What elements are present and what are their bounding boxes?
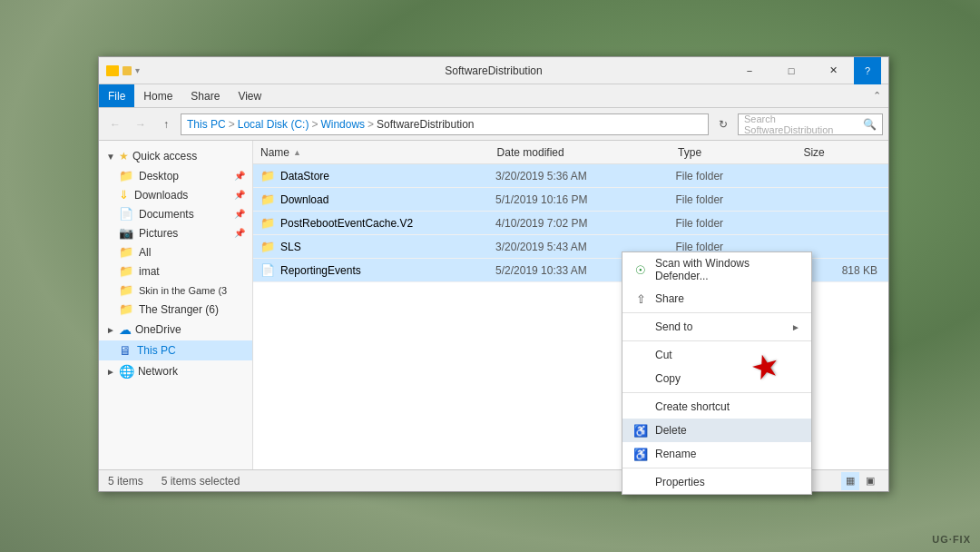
window-controls: − □ ✕ ? [729,57,881,84]
file-row-datastore[interactable]: 📁 DataStore 3/20/2019 5:36 AM File folde… [253,164,888,188]
watermark: UG·FIX [932,534,971,545]
network-header[interactable]: ► 🌐 Network [99,360,252,382]
ctx-properties[interactable]: Properties [622,470,811,494]
file-list-header: Name ▲ Date modified Type Size [253,141,888,164]
ctx-separator-1 [622,312,811,313]
sidebar-item-stranger[interactable]: 📁 The Stranger (6) [99,300,252,319]
file-name-postreboot: 📁 PostRebootEventCache.V2 [253,216,488,230]
minimize-button[interactable]: − [729,57,770,84]
file-row-download[interactable]: 📁 Download 5/1/2019 10:16 PM File folder [253,188,888,212]
sort-arrow: ▲ [293,148,301,157]
file-name-download: 📁 Download [253,192,488,206]
quick-access-header[interactable]: ▼ ★ Quick access [99,146,252,166]
quick-access-label: Quick access [132,150,197,163]
file-type-datastore: File folder [668,170,793,182]
sidebar: ▼ ★ Quick access 📁 Desktop 📌 ⇓ Downloads… [99,141,253,469]
crumb-localdisk[interactable]: Local Disk (C:) [238,118,309,131]
sidebar-item-skin[interactable]: 📁 Skin in the Game (3 [99,281,252,300]
col-header-type[interactable]: Type [671,146,796,159]
copy-icon [633,371,648,386]
shield-icon: ☉ [633,262,648,277]
file-modified-datastore: 3/20/2019 5:36 AM [488,170,668,182]
selected-count: 5 items selected [162,475,240,488]
sidebar-imat-label: imat [139,265,160,278]
onedrive-icon: ☁ [119,322,132,337]
file-type-postreboot: File folder [668,217,793,230]
col-type-label: Type [678,146,701,159]
onedrive-collapse: ► [106,325,115,335]
thispc-label: This PC [137,344,176,357]
pictures-folder-icon: 📷 [119,226,133,240]
sidebar-item-pictures[interactable]: 📷 Pictures 📌 [99,223,252,242]
search-icon[interactable]: 🔍 [863,118,877,131]
ctx-share[interactable]: ⇧ Share [622,287,811,310]
title-bar-icons: ▾ [106,65,140,76]
ctx-scan-defender[interactable]: ☉ Scan with Windows Defender... [622,252,811,287]
documents-folder-icon: 📄 [119,207,133,221]
details-view-button[interactable]: ▦ [841,472,859,490]
col-header-size[interactable]: Size [796,146,888,159]
network-label: Network [138,365,178,378]
sidebar-item-thispc[interactable]: 🖥 This PC [99,340,252,360]
col-header-name[interactable]: Name ▲ [253,146,490,159]
file-row-postreboot[interactable]: 📁 PostRebootEventCache.V2 4/10/2019 7:02… [253,212,888,235]
onedrive-header[interactable]: ► ☁ OneDrive [99,319,252,340]
sidebar-desktop-label: Desktop [139,170,179,182]
sidebar-item-desktop[interactable]: 📁 Desktop 📌 [99,166,252,185]
ctx-delete[interactable]: ♿ Delete [622,419,811,442]
file-type-download: File folder [668,193,793,206]
refresh-button[interactable]: ↻ [712,113,734,135]
up-button[interactable]: ↑ [155,113,177,135]
stranger-folder-icon: 📁 [119,302,133,316]
crumb-current[interactable]: SoftwareDistribution [377,118,474,131]
rename-icon: ♿ [633,447,648,461]
sidebar-item-documents[interactable]: 📄 Documents 📌 [99,204,252,223]
doc-icon-reporting: 📄 [260,263,275,277]
menu-share[interactable]: Share [181,84,229,107]
sidebar-stranger-label: The Stranger (6) [139,303,219,316]
imat-folder-icon: 📁 [119,264,133,278]
sidebar-documents-label: Documents [139,208,194,221]
title-bar: ▾ SoftwareDistribution − □ ✕ ? [99,57,888,84]
menu-view[interactable]: View [229,84,270,107]
folder-icon-datastore: 📁 [260,169,275,182]
back-button[interactable]: ← [104,113,126,135]
search-placeholder: Search SoftwareDistribution [744,113,859,135]
ctx-separator-2 [622,340,811,341]
file-name-reporting: 📄 ReportingEvents [253,263,488,277]
menu-file[interactable]: File [99,84,134,107]
view-toggle: ▦ ▣ [841,472,879,490]
crumb-windows[interactable]: Windows [320,118,365,131]
separator: > [229,118,235,131]
large-icons-view-button[interactable]: ▣ [861,472,879,490]
col-header-modified[interactable]: Date modified [490,146,671,159]
menu-bar: File Home Share View ⌃ [99,84,888,108]
help-button[interactable]: ? [854,57,881,84]
sidebar-item-imat[interactable]: 📁 imat [99,261,252,281]
forward-button[interactable]: → [130,113,152,135]
ctx-cut[interactable]: Cut [622,343,811,367]
sidebar-all-label: All [139,246,151,259]
ctx-sendto[interactable]: Send to ► [622,315,811,339]
submenu-arrow: ► [791,322,800,332]
sidebar-item-all[interactable]: 📁 All [99,242,252,261]
folder-icon-small [106,65,119,76]
maximize-button[interactable]: □ [770,57,812,84]
ribbon-collapse-icon[interactable]: ⌃ [873,90,881,102]
quick-access-star-icon: ★ [119,150,129,163]
toolbar: ← → ↑ This PC > Local Disk (C:) > Window… [99,108,888,141]
ctx-rename[interactable]: ♿ Rename [622,442,811,466]
close-button[interactable]: ✕ [812,57,854,84]
crumb-thispc[interactable]: This PC [187,118,226,131]
separator2: > [311,118,318,131]
pin-icon4: 📌 [234,228,245,238]
menu-home[interactable]: Home [134,84,181,107]
pin-icon2: 📌 [234,190,245,200]
sidebar-item-downloads[interactable]: ⇓ Downloads 📌 [99,185,252,204]
network-icon: 🌐 [119,364,134,379]
ctx-create-shortcut[interactable]: Create shortcut [622,395,811,419]
search-bar[interactable]: Search SoftwareDistribution 🔍 [738,113,883,135]
pin-icon3: 📌 [234,209,245,219]
address-bar[interactable]: This PC > Local Disk (C:) > Windows > So… [181,113,709,135]
ctx-separator-3 [622,392,811,393]
